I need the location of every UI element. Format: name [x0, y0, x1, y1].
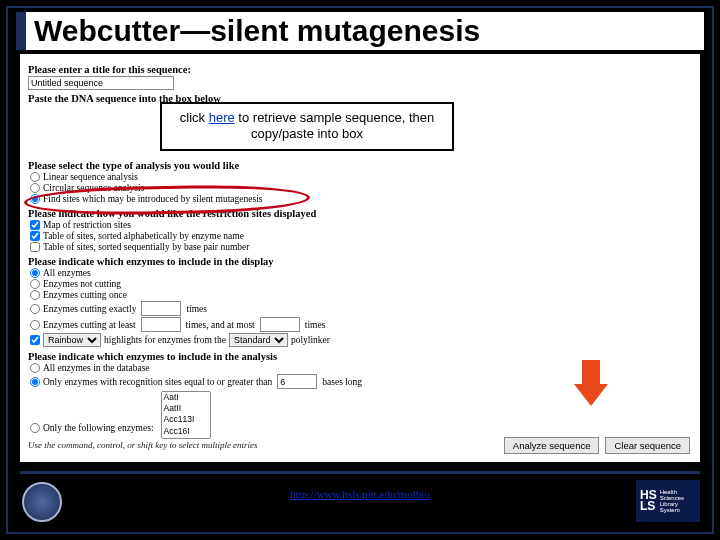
radio-cut-atleast[interactable]: [30, 320, 40, 330]
label-silent: Find sites which may be introduced by si…: [43, 194, 263, 204]
enzyme-list[interactable]: AatI AatII Acc113I Acc16I Acc65I: [161, 391, 211, 439]
check-map[interactable]: [30, 220, 40, 230]
label-rainbow-post: polylinker: [291, 335, 330, 345]
arrow-icon: [574, 360, 608, 406]
input-atleast-max[interactable]: [260, 317, 300, 332]
label-linear: Linear sequence analysis: [43, 172, 138, 182]
label-map: Map of restriction sites: [43, 220, 131, 230]
label-recog-post: bases long: [322, 377, 362, 387]
sequence-title-input[interactable]: [28, 76, 174, 90]
check-bp[interactable]: [30, 242, 40, 252]
footer-link-wrap: http://www.hsls.pitt.edu/molbio: [8, 488, 712, 500]
select-standard[interactable]: Standard: [229, 333, 288, 347]
check-rainbow[interactable]: [30, 335, 40, 345]
label-atleast-pre: Enzymes cutting at least: [43, 320, 136, 330]
sec-analysis: Please select the type of analysis you w…: [28, 160, 692, 171]
label-bp: Table of sites, sorted sequentially by b…: [43, 242, 249, 252]
label-atleast-mid: times, and at most: [186, 320, 255, 330]
label-circular: Circular sequence analysis: [43, 183, 144, 193]
radio-all-enz[interactable]: [30, 268, 40, 278]
sec-title-label: Please enter a title for this sequence:: [28, 64, 692, 75]
label-rainbow-mid: highlights for enzymes from the: [104, 335, 226, 345]
input-exactly-times[interactable]: [141, 301, 181, 316]
input-atleast-min[interactable]: [141, 317, 181, 332]
label-following: Only the following enzymes:: [43, 423, 154, 433]
title-bar: Webcutter—silent mutagenesis: [16, 12, 704, 50]
callout-post: to retrieve sample sequence, then copy/p…: [235, 110, 434, 141]
label-cut-exactly-pre: Enzymes cutting exactly: [43, 304, 136, 314]
label-all-enz: All enzymes: [43, 268, 91, 278]
select-rainbow[interactable]: Rainbow: [43, 333, 101, 347]
clear-button[interactable]: Clear sequence: [605, 437, 690, 454]
callout-box: click here to retrieve sample sequence, …: [160, 102, 454, 151]
label-cut-exactly-post: times: [186, 304, 207, 314]
label-recog-pre: Only enzymes with recognition sites equa…: [43, 377, 272, 387]
hsls-logo: HS LS Health Sciences Library System: [636, 480, 700, 522]
slide-title: Webcutter—silent mutagenesis: [34, 14, 480, 47]
label-cut-once: Enzymes cutting once: [43, 290, 127, 300]
radio-all-db[interactable]: [30, 363, 40, 373]
university-seal-icon: [22, 482, 62, 522]
hsls-small: Health Sciences Library System: [660, 489, 696, 513]
hsls-big: HS LS: [640, 490, 657, 512]
check-alpha[interactable]: [30, 231, 40, 241]
callout-link[interactable]: here: [209, 110, 235, 125]
label-not-cut: Enzymes not cutting: [43, 279, 121, 289]
sec-display: Please indicate how you would like the r…: [28, 208, 692, 219]
analyze-button[interactable]: Analyze sequence: [504, 437, 600, 454]
sec-include-display: Please indicate which enzymes to include…: [28, 256, 692, 267]
label-alpha: Table of sites, sorted alphabetically by…: [43, 231, 244, 241]
callout-pre: click: [180, 110, 209, 125]
radio-recog[interactable]: [30, 377, 40, 387]
radio-cut-exactly[interactable]: [30, 304, 40, 314]
form-panel: Please enter a title for this sequence: …: [20, 54, 700, 462]
input-recog-val[interactable]: [277, 374, 317, 389]
radio-not-cut[interactable]: [30, 279, 40, 289]
radio-silent[interactable]: [30, 194, 40, 204]
radio-following[interactable]: [30, 423, 40, 433]
label-atleast-post: times: [305, 320, 326, 330]
footer-link[interactable]: http://www.hsls.pitt.edu/molbio: [290, 488, 430, 500]
radio-linear[interactable]: [30, 172, 40, 182]
radio-circular[interactable]: [30, 183, 40, 193]
label-all-db: All enzymes in the database: [43, 363, 150, 373]
divider: [20, 471, 700, 474]
radio-cut-once[interactable]: [30, 290, 40, 300]
slide-frame: Webcutter—silent mutagenesis Please ente…: [6, 6, 714, 534]
button-row: Analyze sequence Clear sequence: [504, 437, 690, 454]
